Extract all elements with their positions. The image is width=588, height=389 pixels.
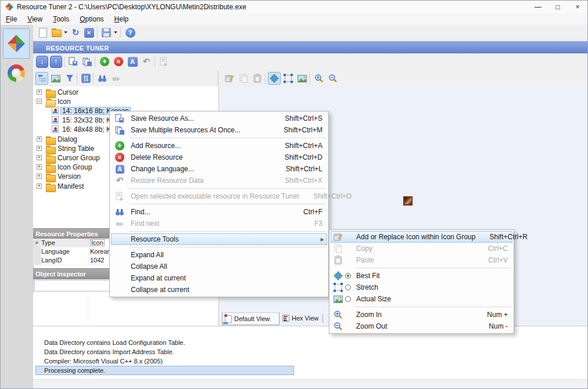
submenu-item-zoom-in[interactable]: Zoom In Num + (331, 309, 512, 320)
toolbar-separator (309, 73, 310, 84)
move-up-button[interactable]: ↑ (49, 55, 62, 68)
menu-help[interactable]: Help (109, 14, 134, 24)
save-resource-icon (69, 57, 78, 66)
move-down-button[interactable]: ↓ (35, 55, 48, 68)
menu-item-add-resource[interactable]: + Add Resource... Shift+Ctrl+A (111, 140, 327, 152)
menu-item-label: Add Resource... (131, 142, 181, 150)
submenu-item-actual-size[interactable]: Actual Size (331, 293, 512, 305)
zoom-out-button[interactable] (327, 72, 339, 85)
radio-icon (345, 284, 351, 290)
zoom-in-button[interactable] (313, 72, 325, 85)
tab-label: Hex View (292, 315, 318, 322)
menu-view[interactable]: View (22, 14, 48, 24)
submenu-item-paste[interactable]: Paste Ctrl+V (331, 254, 512, 266)
close-file-button[interactable]: × (83, 26, 95, 39)
menu-item-resource-tools[interactable]: Resource Tools ▶ (111, 233, 327, 245)
menu-item-delete-resource[interactable]: × Delete Resource Shift+Ctrl+D (111, 152, 327, 163)
undo-icon: ↶ (116, 175, 124, 186)
tab-label: Default View (234, 315, 270, 322)
open-file-button[interactable] (50, 26, 63, 39)
banner-title: RESOURCE TUNER (46, 45, 109, 52)
expand-toggle-icon[interactable]: + (37, 136, 42, 142)
menu-separator (130, 188, 326, 189)
open-file-dropdown[interactable] (63, 26, 69, 39)
menu-item-expand-at-current[interactable]: Expand at current (111, 272, 327, 284)
submenu-item-copy[interactable]: Copy Ctrl+C (331, 243, 512, 254)
log-line[interactable]: Data Directory contains Load Configurati… (44, 338, 185, 347)
open-external-button[interactable] (157, 55, 170, 68)
tab-hex-view[interactable]: Hex View (280, 312, 322, 324)
image-view-button[interactable] (49, 72, 62, 85)
menu-tools[interactable]: Tools (48, 14, 74, 24)
save-dropdown[interactable] (113, 26, 119, 39)
property-value[interactable]: Icon (90, 239, 105, 246)
image-resource-icon (52, 125, 59, 133)
expand-toggle-icon[interactable]: + (37, 146, 42, 151)
collapse-toggle-icon[interactable]: − (37, 99, 42, 104)
filter-button[interactable] (63, 72, 76, 85)
menu-item-save-resource-as[interactable]: Save Resource As... Shift+Ctrl+S (111, 113, 327, 124)
submenu-item-zoom-out[interactable]: Zoom Out Num - (331, 320, 512, 332)
new-document-button[interactable] (37, 26, 49, 39)
change-language-button[interactable]: A (126, 55, 139, 68)
menu-item-shortcut: Ctrl+C (474, 244, 508, 253)
properties-button[interactable] (80, 72, 92, 85)
menu-separator (130, 204, 326, 204)
expand-toggle-icon[interactable]: + (37, 164, 42, 170)
menu-item-label: Actual Size (356, 295, 391, 303)
help-button[interactable]: ? (124, 26, 137, 39)
resource-tuner-button[interactable] (3, 28, 30, 59)
copy-button[interactable] (237, 72, 250, 85)
menu-item-find-next[interactable]: Find next F3 (111, 218, 327, 229)
refresh-button[interactable]: ↻ (69, 26, 82, 39)
undo-icon: ↶ (143, 56, 150, 67)
add-resource-button[interactable]: + (98, 55, 111, 68)
maximize-button[interactable]: □ (548, 1, 568, 13)
menu-item-find[interactable]: Find... Ctrl+F (111, 206, 327, 218)
close-button[interactable]: × (568, 1, 587, 13)
property-value[interactable]: 1042 (90, 257, 104, 264)
log-line[interactable]: Data Directory contains Import Address T… (44, 347, 174, 356)
find-next-button[interactable] (110, 72, 123, 85)
submenu-item-stretch[interactable]: Stretch (331, 282, 512, 293)
menu-item-label: Collapse All (131, 262, 167, 271)
pe-explorer-icon[interactable] (8, 64, 25, 82)
best-fit-button[interactable] (268, 72, 281, 85)
find-button[interactable] (96, 72, 109, 85)
menu-item-change-language[interactable]: A Change Language... Shift+Ctrl+L (111, 163, 327, 175)
status-strip (33, 379, 588, 389)
log-line-selected[interactable]: Processing complete. (35, 366, 294, 375)
submenu-item-add-replace-icon[interactable]: Add or Replace Icon within Icon Group Sh… (331, 231, 512, 243)
menu-item-save-multiple[interactable]: Save Multiple Resources At Once... Shift… (111, 124, 327, 136)
menu-item-collapse-all[interactable]: Collapse All (111, 261, 327, 272)
minimize-button[interactable]: — (528, 1, 548, 13)
expand-toggle-icon[interactable]: + (37, 89, 42, 95)
menu-item-expand-all[interactable]: Expand All (111, 249, 327, 261)
property-value[interactable]: Korean (90, 248, 110, 255)
menu-item-restore-resource-data[interactable]: ↶ Restore Resource Data Shift+Ctrl+X (111, 175, 327, 186)
tree-item-icon[interactable]: − Icon (33, 97, 218, 106)
menu-options[interactable]: Options (74, 14, 109, 24)
expand-toggle-icon[interactable]: + (37, 183, 42, 189)
stretch-button[interactable] (282, 72, 295, 85)
save-multiple-button[interactable] (81, 55, 94, 68)
delete-resource-button[interactable]: × (112, 55, 125, 68)
tab-default-view[interactable]: Default View (222, 312, 279, 325)
tree-item-cursor[interactable]: + Cursor (33, 88, 218, 97)
menu-item-label: Expand at current (131, 274, 186, 282)
menu-item-open-in-resource-tuner[interactable]: Open selected executable resource in Res… (111, 190, 327, 202)
submenu-item-best-fit[interactable]: Best Fit (331, 270, 512, 282)
menu-item-collapse-at-current[interactable]: Collapse at current (111, 284, 327, 296)
restore-resource-button[interactable]: ↶ (140, 55, 153, 68)
edit-resource-button[interactable] (223, 72, 236, 85)
paste-button[interactable] (251, 72, 264, 85)
save-resource-as-button[interactable] (67, 55, 80, 68)
expand-toggle-icon[interactable]: + (37, 174, 42, 179)
log-line[interactable]: Compiler: Microsoft Visual C++ 8.x (2005… (44, 356, 163, 366)
expand-toggle-icon[interactable]: + (37, 155, 42, 160)
save-resource-icon (115, 114, 124, 123)
actual-size-button[interactable] (296, 72, 309, 85)
tree-view-button[interactable] (35, 72, 48, 85)
save-button[interactable] (100, 26, 113, 39)
menu-file[interactable]: File (1, 14, 22, 24)
